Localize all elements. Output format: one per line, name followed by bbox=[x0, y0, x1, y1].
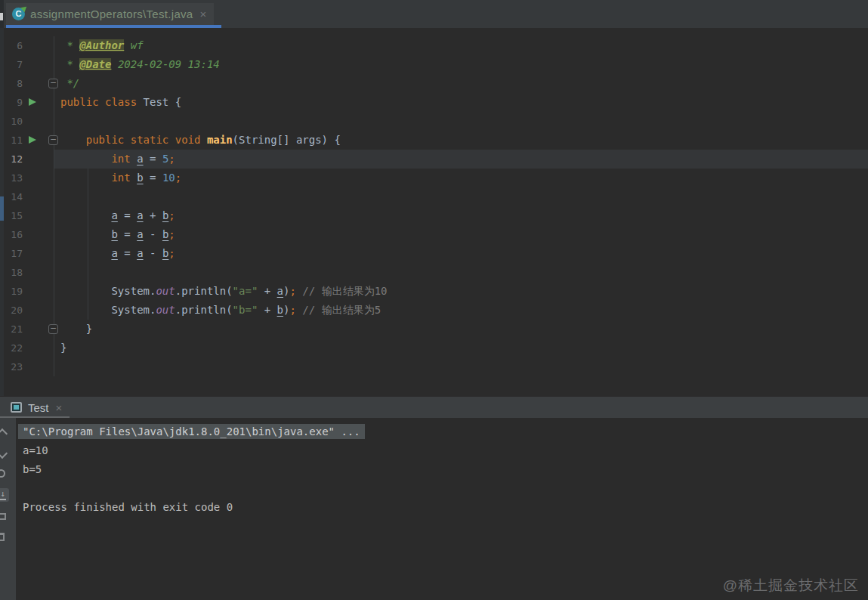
code-line[interactable]: 8 */ bbox=[0, 74, 868, 93]
line-number[interactable]: 19 bbox=[0, 282, 23, 301]
gutter[interactable]: 12 bbox=[0, 150, 54, 169]
fold-down-icon[interactable] bbox=[48, 135, 58, 145]
gutter[interactable]: 13 bbox=[0, 169, 54, 187]
token-var: a bbox=[137, 247, 143, 259]
code-line[interactable]: 9public class Test { bbox=[0, 93, 868, 112]
token-var: a bbox=[137, 228, 143, 240]
token-pln: = bbox=[144, 172, 162, 184]
code-line[interactable]: 20 System.out.println("b=" + b); // 输出结果… bbox=[0, 301, 868, 320]
code-line[interactable]: 23 bbox=[0, 357, 868, 376]
print-icon[interactable] bbox=[0, 513, 6, 520]
line-number[interactable]: 7 bbox=[0, 55, 23, 74]
rerun-icon[interactable] bbox=[0, 469, 5, 478]
java-runnable-class-icon: C bbox=[12, 8, 25, 20]
token-pln: .println( bbox=[175, 304, 233, 316]
line-number[interactable]: 14 bbox=[0, 187, 23, 206]
token-pln: = bbox=[144, 153, 162, 165]
token-cmt: // 输出结果为10 bbox=[296, 285, 388, 297]
line-number[interactable]: 8 bbox=[0, 74, 23, 93]
code-line[interactable]: 19 System.out.println("a=" + a); // 输出结果… bbox=[0, 282, 868, 301]
code-text: System.out.println("a=" + a); // 输出结果为10 bbox=[54, 282, 868, 301]
code-line[interactable]: 21 } bbox=[0, 320, 868, 339]
line-number[interactable]: 23 bbox=[0, 357, 23, 376]
line-number[interactable]: 21 bbox=[0, 320, 23, 339]
gutter[interactable]: 23 bbox=[0, 357, 54, 376]
token-pln: - bbox=[144, 228, 162, 240]
editor-tab[interactable]: C assignmentOperators\Test.java × bbox=[6, 3, 214, 25]
gutter[interactable]: 7 bbox=[0, 55, 54, 74]
line-number[interactable]: 13 bbox=[0, 169, 23, 187]
code-line[interactable]: 15 a = a + b; bbox=[0, 206, 868, 225]
close-icon[interactable]: × bbox=[199, 8, 206, 20]
code-line[interactable]: 17 a = a - b; bbox=[0, 244, 868, 263]
run-tab-label: Test bbox=[28, 401, 49, 414]
window-edge-marker bbox=[0, 13, 3, 20]
down-stack-trace-icon[interactable] bbox=[0, 448, 8, 459]
gutter[interactable]: 22 bbox=[0, 339, 54, 357]
console-command[interactable]: "C:\Program Files\Java\jdk1.8.0_201\bin\… bbox=[18, 424, 365, 439]
code-line[interactable]: 10 bbox=[0, 112, 868, 131]
line-number[interactable]: 16 bbox=[0, 225, 23, 244]
code-line[interactable]: 22} bbox=[0, 339, 868, 357]
gutter[interactable]: 18 bbox=[0, 263, 54, 282]
token-tag: @Date bbox=[79, 58, 111, 70]
gutter[interactable]: 9 bbox=[0, 93, 54, 112]
code-line[interactable]: 11 public static void main(String[] args… bbox=[0, 131, 868, 150]
gutter[interactable]: 20 bbox=[0, 301, 54, 320]
gutter[interactable]: 11 bbox=[0, 131, 54, 150]
gutter[interactable]: 21 bbox=[0, 320, 54, 339]
token-str: "a=" bbox=[233, 285, 258, 297]
gutter[interactable]: 14 bbox=[0, 187, 54, 206]
code-text bbox=[54, 357, 868, 376]
gutter[interactable]: 10 bbox=[0, 112, 54, 131]
token-var: b bbox=[137, 172, 143, 184]
line-number[interactable]: 20 bbox=[0, 301, 23, 320]
line-number[interactable]: 17 bbox=[0, 244, 23, 263]
line-number[interactable]: 11 bbox=[0, 131, 23, 150]
line-number[interactable]: 12 bbox=[0, 150, 23, 169]
scroll-to-end-icon[interactable]: ↓ bbox=[0, 488, 9, 502]
line-number[interactable]: 9 bbox=[0, 93, 23, 112]
line-number[interactable]: 18 bbox=[0, 263, 23, 282]
code-line[interactable]: 7 * @Date 2024-02-09 13:14 bbox=[0, 55, 868, 74]
code-line[interactable]: 18 bbox=[0, 263, 868, 282]
code-line[interactable]: 16 b = a - b; bbox=[0, 225, 868, 244]
line-number[interactable]: 15 bbox=[0, 206, 23, 225]
code-editor[interactable]: 6 * @Author wf7 * @Date 2024-02-09 13:14… bbox=[0, 28, 868, 396]
gutter[interactable]: 8 bbox=[0, 74, 54, 93]
line-number[interactable]: 22 bbox=[0, 339, 23, 357]
code-text: int b = 10; bbox=[54, 169, 868, 187]
editor-tab-label: assignmentOperators\Test.java bbox=[30, 8, 193, 20]
close-icon[interactable]: × bbox=[56, 401, 63, 414]
run-line-icon[interactable] bbox=[29, 136, 36, 144]
code-line[interactable]: 6 * @Author wf bbox=[0, 36, 868, 55]
line-number[interactable]: 6 bbox=[0, 36, 23, 55]
run-tab-test[interactable]: Test × bbox=[5, 398, 68, 416]
run-line-icon[interactable] bbox=[29, 98, 36, 106]
token-var: b bbox=[277, 304, 283, 316]
console-toolbar: ↓ bbox=[0, 418, 16, 600]
code-line[interactable]: 13 int b = 10; bbox=[0, 169, 868, 187]
token-var: b bbox=[111, 228, 117, 240]
token-pln bbox=[60, 247, 111, 259]
token-var: a bbox=[137, 153, 143, 165]
token-str: "b=" bbox=[233, 304, 258, 316]
gutter[interactable]: 17 bbox=[0, 244, 54, 263]
gutter[interactable]: 19 bbox=[0, 282, 54, 301]
fold-up-icon[interactable] bbox=[48, 324, 58, 334]
up-stack-trace-icon[interactable] bbox=[0, 428, 8, 439]
token-doc: wf bbox=[124, 39, 143, 51]
gutter[interactable]: 15 bbox=[0, 206, 54, 225]
line-number[interactable]: 10 bbox=[0, 112, 23, 131]
code-line[interactable]: 12 int a = 5; bbox=[0, 150, 868, 169]
fold-up-icon[interactable] bbox=[48, 79, 58, 88]
token-kw: int bbox=[111, 172, 130, 184]
gutter[interactable]: 6 bbox=[0, 36, 54, 55]
code-line[interactable]: 14 bbox=[0, 187, 868, 206]
code-text bbox=[54, 187, 868, 206]
code-text: } bbox=[54, 320, 868, 339]
gutter[interactable]: 16 bbox=[0, 225, 54, 244]
clear-all-icon[interactable] bbox=[0, 533, 5, 541]
token-pln bbox=[131, 153, 137, 165]
console-output[interactable]: "C:\Program Files\Java\jdk1.8.0_201\bin\… bbox=[16, 418, 868, 600]
